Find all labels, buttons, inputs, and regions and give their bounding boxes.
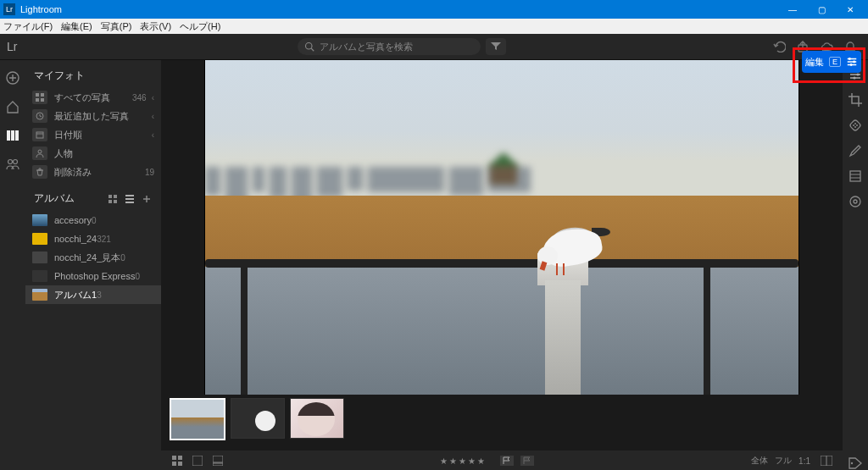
- filmstrip-thumbnail[interactable]: [231, 398, 285, 439]
- edit-button[interactable]: 編集 E: [802, 51, 861, 73]
- filter-button[interactable]: [486, 38, 506, 55]
- album-thumbnail: [32, 270, 47, 282]
- album-thumbnail: [32, 289, 47, 301]
- sidebar-item-deleted[interactable]: 削除済み 19: [25, 163, 161, 181]
- zoom-fit[interactable]: 全体: [751, 455, 768, 467]
- loupe-canvas[interactable]: [161, 60, 843, 395]
- album-count: 0: [135, 272, 140, 281]
- bird-subject: [526, 209, 627, 285]
- rating-stars[interactable]: ★★★★★: [440, 456, 487, 466]
- menu-file[interactable]: ファイル(F): [3, 20, 53, 33]
- edit-button-shortcut: E: [829, 57, 841, 67]
- svg-point-32: [853, 124, 854, 126]
- album-label: accesory: [54, 215, 92, 225]
- filmstrip-thumbnail[interactable]: [170, 398, 225, 440]
- flag-pick[interactable]: [500, 456, 514, 466]
- sidebar-item-recent[interactable]: 最近追加した写真 ‹: [25, 107, 161, 125]
- album-count: 0: [120, 253, 125, 263]
- svg-point-8: [14, 160, 18, 164]
- window-title: Lightroom: [20, 4, 778, 14]
- album-item-selected[interactable]: アルバム1 3: [25, 285, 161, 304]
- crop-icon[interactable]: [848, 92, 863, 108]
- svg-point-30: [853, 76, 855, 79]
- album-label: nocchi_24: [54, 234, 97, 244]
- album-label: アルバム1: [54, 289, 97, 301]
- svg-rect-26: [213, 463, 223, 466]
- svg-point-40: [849, 58, 851, 60]
- svg-rect-31: [849, 119, 861, 131]
- loupe-toggle-icon[interactable]: [210, 453, 225, 468]
- people-icon[interactable]: [5, 157, 20, 172]
- album-label: Photoshop Express: [54, 271, 135, 281]
- svg-rect-16: [108, 195, 112, 198]
- svg-rect-10: [41, 93, 44, 97]
- filmstrip-thumbnail[interactable]: [290, 398, 344, 439]
- my-photos-header: マイフォト: [25, 64, 161, 88]
- healing-icon[interactable]: [848, 118, 863, 133]
- sidebar-item-by-date[interactable]: 日付順 ‹: [25, 125, 161, 144]
- album-item[interactable]: nocchi_24_見本 0: [25, 248, 161, 267]
- calendar-icon: [32, 128, 47, 141]
- svg-rect-17: [114, 195, 117, 198]
- keywords-icon[interactable]: [848, 456, 863, 470]
- chevron-left-icon: ‹: [152, 130, 154, 140]
- sidebar-item-all-photos[interactable]: すべての写真 346 ‹: [25, 88, 161, 107]
- view-list-icon[interactable]: [124, 193, 136, 205]
- main-photo: [204, 60, 799, 395]
- status-bar: ★★★★★ 全体 フル 1:1: [161, 451, 843, 470]
- svg-rect-6: [15, 130, 19, 141]
- menu-view[interactable]: 表示(V): [140, 20, 171, 33]
- maximize-button[interactable]: ▢: [807, 0, 836, 19]
- home-icon[interactable]: [5, 99, 20, 114]
- album-thumbnail: [32, 214, 47, 226]
- zoom-1to1[interactable]: 1:1: [798, 456, 810, 466]
- detail-view-icon[interactable]: [190, 453, 205, 468]
- sidebar-item-label: 日付順: [54, 129, 147, 141]
- svg-point-42: [850, 64, 853, 66]
- menu-photo[interactable]: 写真(P): [101, 20, 132, 33]
- search-icon: [304, 41, 314, 52]
- sidebar-item-label: 削除済み: [54, 166, 142, 179]
- brush-icon[interactable]: [848, 143, 863, 158]
- sidebar-item-label: 人物: [54, 147, 154, 160]
- close-button[interactable]: ✕: [836, 0, 865, 19]
- lightroom-logo: Lr: [0, 40, 32, 53]
- linear-gradient-icon[interactable]: [848, 169, 863, 184]
- menu-edit[interactable]: 編集(E): [61, 20, 92, 33]
- undo-icon[interactable]: [771, 39, 787, 54]
- svg-point-41: [853, 61, 855, 64]
- album-item[interactable]: Photoshop Express 0: [25, 267, 161, 285]
- radial-gradient-icon[interactable]: [848, 194, 863, 209]
- zoom-full[interactable]: フル: [775, 455, 792, 467]
- window-titlebar: Lr Lightroom — ▢ ✕: [0, 0, 868, 19]
- album-thumbnail: [32, 252, 47, 263]
- svg-point-7: [8, 160, 13, 164]
- sidebar-item-people[interactable]: 人物: [25, 144, 161, 163]
- filmstrip: [161, 395, 843, 451]
- view-thumbnail-icon[interactable]: [107, 193, 119, 205]
- album-item[interactable]: nocchi_24 321: [25, 229, 161, 248]
- svg-rect-23: [178, 462, 182, 466]
- album-item[interactable]: accesory 0: [25, 211, 161, 229]
- minimize-button[interactable]: —: [778, 0, 807, 19]
- svg-rect-36: [850, 171, 860, 181]
- svg-point-38: [854, 200, 857, 203]
- svg-point-15: [38, 150, 42, 153]
- sidebar-item-label: 最近追加した写真: [54, 110, 147, 123]
- svg-point-33: [856, 124, 858, 126]
- add-photos-icon[interactable]: [5, 70, 20, 86]
- svg-point-35: [854, 126, 856, 128]
- original-toggle-icon[interactable]: [819, 453, 834, 468]
- svg-rect-18: [108, 200, 112, 203]
- menu-help[interactable]: ヘルプ(H): [180, 20, 220, 33]
- sidebar-item-label: すべての写真: [54, 91, 129, 104]
- search-input[interactable]: アルバムと写真を検索: [298, 38, 481, 55]
- library-view-icon[interactable]: [5, 128, 20, 143]
- svg-rect-14: [36, 132, 43, 138]
- album-count: 321: [97, 235, 111, 244]
- flag-reject[interactable]: [520, 456, 534, 466]
- add-album-icon[interactable]: [141, 193, 153, 205]
- grid-view-icon[interactable]: [170, 453, 185, 468]
- svg-rect-25: [213, 456, 223, 462]
- clock-icon: [32, 109, 47, 123]
